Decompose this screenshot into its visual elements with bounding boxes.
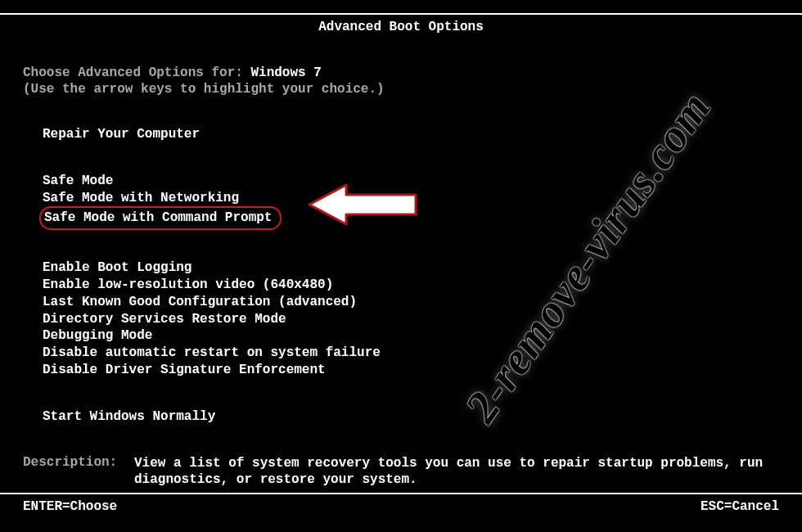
description-text: View a list of system recovery tools you…	[134, 455, 779, 489]
top-divider	[0, 13, 802, 15]
footer-enter: ENTER=Choose	[23, 499, 117, 514]
menu-item-repair[interactable]: Repair Your Computer	[43, 126, 779, 143]
menu-group-normal: Start Windows Normally	[43, 408, 779, 426]
menu-item-disable-sig[interactable]: Disable Driver Signature Enforcement	[43, 362, 779, 379]
menu-item-last-known-good[interactable]: Last Known Good Configuration (advanced)	[43, 294, 779, 311]
menu-item-disable-restart[interactable]: Disable automatic restart on system fail…	[43, 345, 779, 362]
bottom-divider	[0, 493, 802, 494]
menu-item-safe-mode-cmd[interactable]: Safe Mode with Command Prompt	[43, 206, 779, 230]
description-block: Description: View a list of system recov…	[23, 455, 779, 489]
menu-item-safe-mode-cmd-label: Safe Mode with Command Prompt	[44, 210, 272, 225]
choose-prefix: Choose Advanced Options for:	[23, 65, 250, 80]
menu-item-low-res[interactable]: Enable low-resolution video (640x480)	[43, 277, 779, 294]
menu-group-repair: Repair Your Computer	[43, 126, 779, 143]
menu-item-start-normally[interactable]: Start Windows Normally	[43, 408, 779, 426]
menu-group-safemode: Safe Mode Safe Mode with Networking Safe…	[43, 173, 779, 230]
menu-item-safe-mode[interactable]: Safe Mode	[43, 173, 779, 190]
menu-item-safe-mode-networking[interactable]: Safe Mode with Networking	[43, 190, 779, 207]
menu-item-boot-logging[interactable]: Enable Boot Logging	[43, 259, 779, 277]
choose-line: Choose Advanced Options for: Windows 7	[23, 65, 779, 80]
highlight-ring: Safe Mode with Command Prompt	[39, 206, 282, 230]
os-name: Windows 7	[250, 65, 321, 80]
menu-item-debugging[interactable]: Debugging Mode	[43, 327, 779, 345]
menu-group-advanced: Enable Boot Logging Enable low-resolutio…	[43, 259, 779, 379]
footer-esc: ESC=Cancel	[701, 499, 779, 514]
screen-title: Advanced Boot Options	[318, 20, 484, 34]
description-label: Description:	[23, 455, 134, 489]
arrow-key-hint: (Use the arrow keys to highlight your ch…	[23, 82, 779, 97]
menu-item-ds-restore[interactable]: Directory Services Restore Mode	[43, 311, 779, 328]
